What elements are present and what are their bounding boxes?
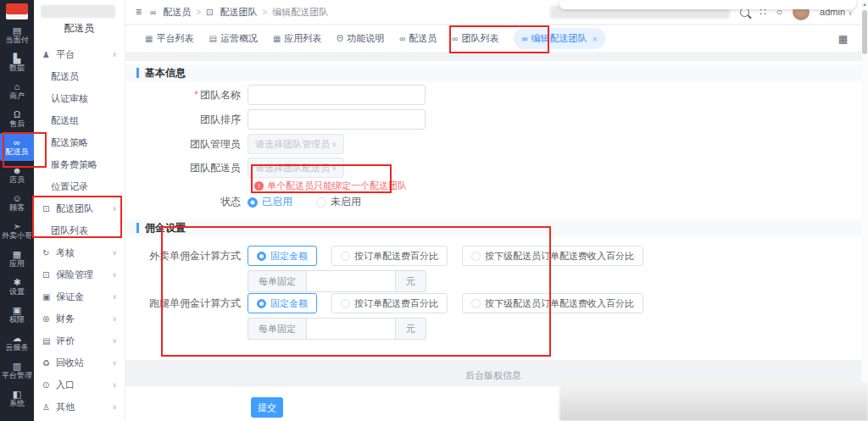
other-icon: ♙ [42, 402, 53, 412]
status-disabled-radio[interactable]: 未启用 [316, 195, 361, 209]
sidebar-item-settings[interactable]: ✱设置 [0, 273, 34, 301]
sidebar-item-apps[interactable]: ▦应用 [0, 245, 34, 273]
submit-button[interactable]: 提交 [251, 397, 283, 418]
sidebar-item-cloud[interactable]: ☁云服务 [0, 329, 34, 357]
field-label: 团队管理员 [125, 137, 248, 152]
sidenav-group-insurance[interactable]: ⊡保险管理∨ [34, 263, 125, 285]
sidenav-group-deposit[interactable]: ▣保证金∨ [34, 285, 125, 307]
fixed-amount-prefix-label: 每单固定 [248, 270, 306, 292]
tab-app-list[interactable]: ▦应用列表 [273, 32, 321, 45]
sidebar-item-pay[interactable]: ▤当面付 [0, 21, 34, 49]
info-icon: Θ [337, 34, 343, 43]
chevron-down-icon: ∨ [112, 293, 117, 301]
tab-courier[interactable]: ∞配送员 [399, 32, 437, 45]
form-row-errand-commission: 跑腿单佣金计算方式 固定金额 按订单配送费百分比 按下级配送员订单配送费收入百分… [125, 293, 643, 313]
chevron-up-icon: ∧ [112, 51, 117, 58]
sidenav-group-delivery-team[interactable]: ⊡配送团队∧ [34, 197, 125, 219]
sidenav-group-entry[interactable]: ⊙入口∨ [34, 374, 125, 396]
sidenav-item-cert-audit[interactable]: 认证审核 [34, 87, 125, 109]
sidenav-item-fee-strategy[interactable]: 服务费策略 [34, 153, 125, 175]
errand-fixed-amount-input[interactable] [306, 318, 396, 340]
sidenav-item-courier[interactable]: 配送员 [34, 65, 125, 87]
team-admin-select[interactable]: 请选择团队管理员∨ [248, 134, 344, 154]
scroll-up-icon[interactable]: ▲ [861, 2, 868, 7]
grid-icon[interactable]: ▦ [838, 33, 848, 45]
sidebar-item-rider[interactable]: ➣外卖小哥 [0, 217, 34, 245]
breadcrumb-item-current: 编辑配送团队 [272, 6, 328, 19]
entry-icon: ⊙ [42, 380, 53, 390]
tab-team-list[interactable]: ∞团队列表 [452, 32, 498, 45]
warning-icon: ! [254, 181, 264, 191]
sidebar-item-data[interactable]: ▙数据 [0, 49, 34, 77]
sidebar-item-aftersale[interactable]: Ω售后 [0, 105, 34, 133]
section-accent-bar [136, 68, 139, 78]
fixed-amount-prefix-label: 每单固定 [248, 318, 306, 340]
sidenav-item-delivery-strategy[interactable]: 配送策略 [34, 131, 125, 153]
chevron-down-icon: ∨ [112, 381, 117, 389]
scooter-icon: ∞ [521, 34, 527, 43]
cloud-icon: ☁ [13, 334, 22, 343]
takeout-fixed-amount-input[interactable] [306, 270, 396, 292]
monitor-icon: ⊡ [206, 8, 213, 17]
sidenav-group-assessment[interactable]: ↻考核∨ [34, 241, 125, 263]
chevron-down-icon: ∨ [331, 164, 337, 172]
sidenav-item-location-log[interactable]: 位置记录 [34, 175, 125, 197]
radio-icon [257, 299, 266, 308]
collapse-menu-icon[interactable]: ≡ [136, 6, 142, 18]
clerk-icon: ☻ [12, 166, 22, 175]
takeout-subordinate-percent-radio[interactable]: 按下级配送员订单配送费收入百分比 [462, 246, 643, 266]
sidenav-title: 配送员 [34, 21, 125, 36]
breadcrumb-item[interactable]: 配送员 [163, 6, 191, 19]
sidebar-item-system[interactable]: ◧系统 [0, 385, 34, 413]
radio-icon [341, 299, 350, 308]
radio-icon [316, 197, 326, 208]
takeout-order-percent-radio[interactable]: 按订单配送费百分比 [331, 246, 448, 266]
apps-icon: ▦ [13, 250, 21, 259]
select-placeholder: 请选择团队管理员 [255, 138, 330, 151]
person-icon: ♟ [42, 50, 53, 59]
monitor-icon: ⊡ [42, 270, 53, 280]
tab-edit-delivery-team[interactable]: ∞编辑配送团队× [514, 28, 605, 49]
sidebar-item-platform-admin[interactable]: ▥平台管理 [0, 357, 34, 385]
tab-feature-desc[interactable]: Θ功能说明 [337, 32, 384, 45]
monitor-icon: ⊡ [42, 204, 53, 213]
sidebar-item-merchant[interactable]: ⌂商户 [0, 77, 34, 105]
form-row-takeout-fixed-amount: 每单固定 元 [125, 270, 426, 292]
sidenav-group-review[interactable]: ▤评价∨ [34, 330, 125, 352]
sidebar-item-customer[interactable]: ☺顾客 [0, 189, 34, 217]
close-icon[interactable]: × [593, 34, 598, 44]
unit-label: 元 [396, 270, 426, 292]
copyright-text: 后台版权信息 [125, 369, 861, 382]
field-label: 团队排序 [125, 113, 248, 127]
customer-icon: ☺ [12, 194, 21, 203]
sidenav-group-recycle-bin[interactable]: ♻回收站∨ [34, 352, 125, 374]
tab-platform-list[interactable]: ▦平台列表 [145, 32, 193, 45]
app-logo[interactable] [6, 3, 28, 19]
breadcrumb-item[interactable]: 配送团队 [220, 6, 257, 19]
sidebar-item-courier[interactable]: ∞配送员 [0, 133, 34, 161]
sidenav-item-delivery-group[interactable]: 配送组 [34, 109, 125, 131]
vertical-scrollbar[interactable]: ▲ [861, 0, 868, 421]
section-title: 佣金设置 [145, 221, 186, 235]
errand-fixed-amount-radio[interactable]: 固定金额 [248, 293, 317, 313]
sidebar-item-clerk[interactable]: ☻店员 [0, 161, 34, 189]
sidenav-group-finance[interactable]: ⊜财务∨ [34, 307, 125, 330]
team-courier-select[interactable]: 请选择团队配送员∨ [248, 158, 344, 178]
sidebar-item-permission[interactable]: ▣权限 [0, 301, 34, 329]
scooter-icon: ∞ [399, 34, 405, 43]
errand-order-percent-radio[interactable]: 按订单配送费百分比 [331, 293, 448, 313]
breadcrumb: ∞ 配送员 > ⊡ 配送团队 > 编辑配送团队 [150, 6, 328, 19]
team-sort-input[interactable] [248, 109, 426, 130]
errand-subordinate-percent-radio[interactable]: 按下级配送员订单配送费收入百分比 [462, 293, 643, 313]
tab-operation-overview[interactable]: ▤运营概况 [209, 32, 257, 45]
sidenav-item-team-list[interactable]: 团队列表 [34, 219, 125, 241]
takeout-fixed-amount-radio[interactable]: 固定金额 [248, 246, 317, 266]
chevron-down-icon: ∨ [112, 271, 117, 279]
team-name-input[interactable] [248, 85, 426, 105]
scrollbar-thumb[interactable] [862, 10, 867, 54]
field-label: 状态 [125, 195, 248, 209]
sidenav-group-other[interactable]: ♙其他∨ [34, 396, 125, 418]
status-enabled-radio[interactable]: 已启用 [248, 195, 292, 209]
system-icon: ◧ [13, 390, 21, 399]
sidenav-group-platform[interactable]: ♟平台∧ [34, 43, 125, 65]
